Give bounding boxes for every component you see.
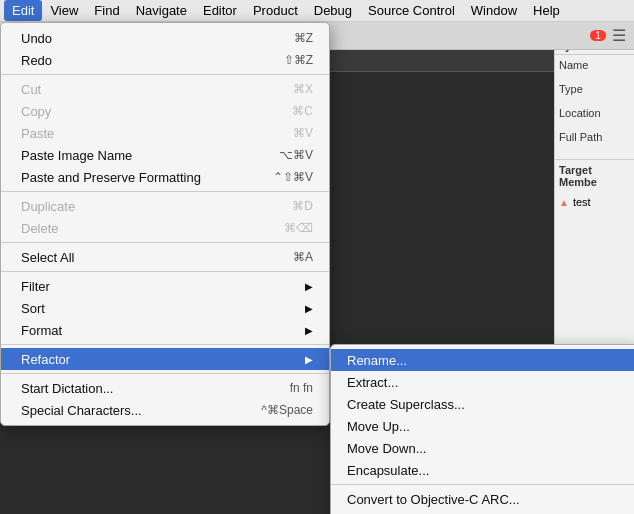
menu-separator	[1, 242, 329, 243]
menu-item-select-all[interactable]: Select All ⌘A	[1, 246, 329, 268]
notification-badge: 1	[590, 30, 606, 41]
menu-item-redo[interactable]: Redo ⇧⌘Z	[1, 49, 329, 71]
target-members-header: Target Membe	[555, 159, 634, 192]
menu-item-duplicate[interactable]: Duplicate ⌘D	[1, 195, 329, 217]
right-panel-type-row: Type	[559, 83, 630, 95]
refactor-submenu: Rename... Extract... Create Superclass..…	[330, 344, 634, 514]
right-panel-location-row: Location	[559, 107, 630, 119]
submenu-item-move-up[interactable]: Move Up...	[331, 415, 634, 437]
menu-item-sort[interactable]: Sort ▶	[1, 297, 329, 319]
menu-item-refactor[interactable]: Refactor ▶ Rename... Extract... Create S…	[1, 348, 329, 370]
menu-item-undo[interactable]: Undo ⌘Z	[1, 27, 329, 49]
menu-item-paste-image-name[interactable]: Paste Image Name ⌥⌘V	[1, 144, 329, 166]
menu-item-paste-preserve[interactable]: Paste and Preserve Formatting ⌃⇧⌘V	[1, 166, 329, 188]
menu-item-cut[interactable]: Cut ⌘X	[1, 78, 329, 100]
menu-separator	[1, 373, 329, 374]
menubar-debug[interactable]: Debug	[306, 0, 360, 21]
menu-item-special-characters[interactable]: Special Characters... ^⌘Space	[1, 399, 329, 421]
submenu-item-extract[interactable]: Extract...	[331, 371, 634, 393]
right-panel-name-row: Name	[559, 59, 630, 71]
menu-item-format[interactable]: Format ▶	[1, 319, 329, 341]
menu-separator	[1, 191, 329, 192]
menubar-find[interactable]: Find	[86, 0, 127, 21]
menu-item-delete[interactable]: Delete ⌘⌫	[1, 217, 329, 239]
menubar-editor[interactable]: Editor	[195, 0, 245, 21]
submenu-item-move-down[interactable]: Move Down...	[331, 437, 634, 459]
menu-separator	[1, 271, 329, 272]
edit-dropdown-menu: Undo ⌘Z Redo ⇧⌘Z Cut ⌘X Copy ⌘C Paste ⌘V…	[0, 22, 330, 426]
menu-item-paste[interactable]: Paste ⌘V	[1, 122, 329, 144]
submenu-item-encapsulate[interactable]: Encapsulate...	[331, 459, 634, 481]
menu-separator	[1, 74, 329, 75]
menubar-help[interactable]: Help	[525, 0, 568, 21]
target-icon: ▲	[559, 197, 569, 208]
menu-item-filter[interactable]: Filter ▶	[1, 275, 329, 297]
menu-separator	[1, 344, 329, 345]
menubar: Edit View Find Navigate Editor Product D…	[0, 0, 634, 22]
toolbar-icons: 1 ☰	[590, 26, 626, 45]
menubar-product[interactable]: Product	[245, 0, 306, 21]
submenu-separator	[331, 484, 634, 485]
menu-item-start-dictation[interactable]: Start Dictation... fn fn	[1, 377, 329, 399]
menubar-navigate[interactable]: Navigate	[128, 0, 195, 21]
right-panel-name: Name Type Location Full Path	[555, 55, 634, 159]
menubar-source-control[interactable]: Source Control	[360, 0, 463, 21]
target-member-item: ▲ test	[555, 192, 634, 212]
menubar-edit[interactable]: Edit	[4, 0, 42, 21]
submenu-item-modern-objc[interactable]: Convert to Modern Objective-C Syntax...	[331, 510, 634, 514]
right-panel-fullpath-row: Full Path	[559, 131, 630, 143]
menubar-view[interactable]: View	[42, 0, 86, 21]
menu-item-copy[interactable]: Copy ⌘C	[1, 100, 329, 122]
submenu-item-create-superclass[interactable]: Create Superclass...	[331, 393, 634, 415]
submenu-item-arc[interactable]: Convert to Objective-C ARC...	[331, 488, 634, 510]
submenu-item-rename[interactable]: Rename...	[331, 349, 634, 371]
menubar-window[interactable]: Window	[463, 0, 525, 21]
menu-icon[interactable]: ☰	[612, 26, 626, 45]
target-name: test	[573, 196, 591, 208]
